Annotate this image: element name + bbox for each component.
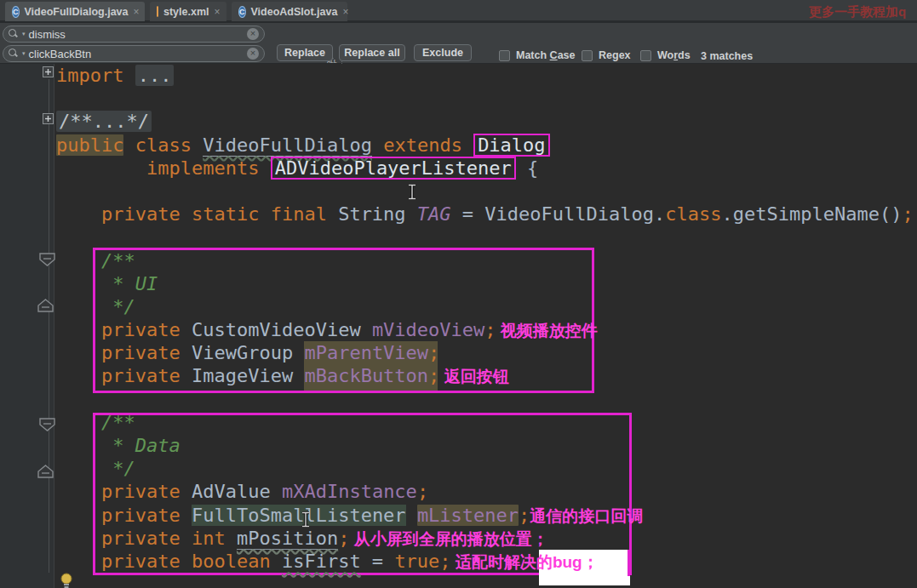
close-icon[interactable]: ×: [134, 7, 140, 17]
code-editor[interactable]: import .../**...*/public class VideoFull…: [0, 64, 917, 588]
java-class-icon: C: [238, 6, 246, 18]
code-line: * UI: [56, 272, 914, 295]
code-line: */: [56, 295, 914, 318]
code-line: private static final String TAG = VideoF…: [56, 203, 914, 225]
code-line: private boolean isFirst = true; 适配时解决的bu…: [56, 550, 914, 573]
exclude-button[interactable]: Exclude: [414, 44, 472, 61]
code-line: private FullToSmallListener mListener;通信…: [56, 504, 914, 527]
replace-all-button[interactable]: Replace all: [339, 44, 405, 61]
fold-end-arrow-icon[interactable]: [37, 465, 54, 478]
clear-replace-icon[interactable]: ×: [247, 48, 259, 60]
words-checkbox[interactable]: Words: [640, 49, 691, 61]
tab-videofulldialog-java[interactable]: C VideoFullDialog.java ×: [5, 2, 145, 21]
checkbox-label: Words: [657, 49, 691, 61]
tab-videoadslot-java[interactable]: C VideoAdSlot.java ×: [232, 2, 347, 21]
code-line: [56, 180, 914, 203]
code-lines[interactable]: import .../**...*/public class VideoFull…: [56, 64, 914, 573]
fold-end-arrow-icon[interactable]: [37, 299, 54, 312]
code-line: import ...: [56, 64, 914, 87]
tab-label: style.xml: [163, 6, 209, 18]
clear-search-icon[interactable]: ×: [247, 28, 259, 40]
checkbox-label: Match Case: [516, 49, 575, 61]
editor-tab-bar: C VideoFullDialog.java × style.xml × C V…: [0, 0, 917, 23]
checkbox-label: Regex: [599, 49, 631, 61]
chevron-down-icon[interactable]: ▾: [22, 31, 26, 37]
code-line: private ViewGroup mParentView;: [56, 341, 914, 364]
code-line: [56, 225, 914, 248]
code-line: * Data: [56, 434, 914, 457]
close-icon[interactable]: ×: [215, 7, 221, 17]
code-line: private int mPosition; 从小屏到全屏的播放位置；: [56, 527, 914, 550]
close-icon[interactable]: ×: [342, 7, 348, 17]
tab-style-xml[interactable]: style.xml ×: [150, 2, 226, 21]
fold-plus-icon[interactable]: [43, 66, 54, 77]
code-line: [56, 388, 914, 411]
fold-start-arrow-icon[interactable]: [39, 418, 55, 431]
chevron-down-icon[interactable]: ▾: [22, 50, 26, 57]
replace-input[interactable]: ▾ clickBackBtn ×: [3, 45, 265, 62]
checkbox-box[interactable]: [640, 50, 651, 61]
java-class-icon: C: [12, 6, 20, 18]
fold-start-arrow-icon[interactable]: [39, 253, 55, 266]
checkbox-box[interactable]: [499, 50, 510, 61]
replace-button[interactable]: Replace: [277, 44, 333, 61]
code-line: [56, 87, 914, 110]
tab-label: VideoAdSlot.java: [251, 6, 338, 18]
search-icon: [9, 29, 19, 39]
search-input[interactable]: ▾ dismiss ×: [3, 26, 265, 43]
tab-label: VideoFullDialog.java: [25, 6, 129, 18]
watermark-text: 更多一手教程加q: [809, 4, 906, 20]
search-icon: [9, 49, 19, 59]
xml-file-icon: [157, 6, 158, 17]
code-line: private ImageView mBackButton; 返回按钮: [56, 364, 914, 387]
code-line: /**...*/: [56, 110, 914, 133]
code-line: /**: [56, 411, 914, 434]
replace-value[interactable]: clickBackBtn: [29, 48, 244, 60]
text-cursor-ibeam: [301, 511, 311, 528]
search-query[interactable]: dismiss: [29, 28, 244, 41]
match-case-checkbox[interactable]: Match Case: [499, 49, 575, 61]
code-line: implements ADVideoPlayerListener {: [56, 157, 914, 180]
find-replace-panel: ▾ dismiss × ↑ ↓ ALL ⚙▾ Match Case Regex …: [0, 23, 917, 64]
code-line: public class VideoFullDialog extends Dia…: [56, 134, 914, 157]
regex-checkbox[interactable]: Regex: [582, 49, 631, 61]
text-cursor-ibeam: [407, 184, 417, 200]
code-line: private AdValue mXAdInstance;: [56, 480, 914, 503]
fold-guide-line: [49, 79, 49, 573]
code-line: */: [56, 457, 914, 480]
fold-plus-icon[interactable]: [43, 113, 54, 124]
checkbox-box[interactable]: [582, 50, 593, 61]
ide-window: C VideoFullDialog.java × style.xml × C V…: [0, 0, 917, 588]
match-count: 3 matches: [701, 50, 753, 62]
intention-lightbulb-icon[interactable]: [60, 572, 74, 588]
code-line: /**: [56, 249, 914, 272]
code-line: private CustomVideoView mVideoView; 视频播放…: [56, 318, 914, 341]
editor-gutter: [0, 64, 54, 588]
